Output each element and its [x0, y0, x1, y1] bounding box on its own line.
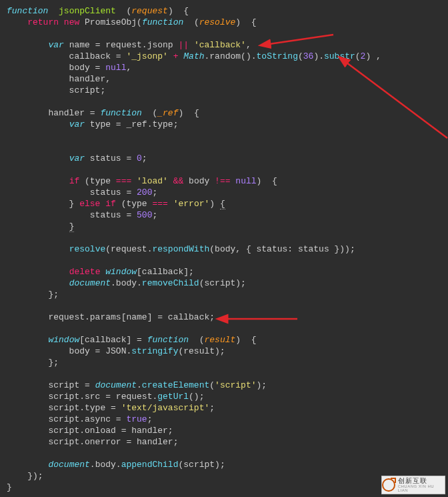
- token-kw1: function: [100, 108, 141, 118]
- token-str: 'script': [215, 380, 256, 390]
- token-call: substr: [324, 51, 355, 61]
- token-builtin: Math: [183, 51, 204, 61]
- token-str: 'callback': [194, 40, 246, 50]
- token-kw2: +: [173, 51, 179, 61]
- token-call: createElement: [142, 380, 209, 390]
- token-num: 2: [361, 51, 366, 61]
- token-call: resolve: [69, 244, 106, 254]
- token-kw2: &&: [173, 176, 184, 186]
- token-kw2: ===: [116, 176, 131, 186]
- token-call: stringify: [131, 346, 178, 356]
- token-num: 0: [137, 153, 142, 163]
- token-kw2: else: [79, 199, 100, 209]
- token-call: appendChild: [121, 460, 179, 470]
- token-builtin: document: [69, 278, 111, 288]
- token-kw2: ===: [152, 199, 167, 209]
- token-num: 36: [303, 51, 314, 61]
- token-num: 500: [137, 210, 152, 220]
- token-builtin: window: [48, 335, 79, 345]
- token-param: request: [131, 6, 168, 16]
- token-str: 'error': [173, 199, 210, 209]
- token-call: toString: [257, 51, 298, 61]
- watermark-logo-icon: [382, 478, 395, 492]
- token-param: _ref: [157, 108, 178, 118]
- token-bool: true: [126, 414, 147, 424]
- token-err: }: [69, 221, 75, 232]
- token-kw1: var: [69, 153, 85, 163]
- token-builtin: document: [48, 460, 89, 470]
- token-kw2: if: [69, 176, 80, 186]
- token-param: result: [204, 335, 235, 345]
- token-kw2: return: [27, 17, 59, 27]
- token-kw2: if: [105, 199, 116, 209]
- token-kw2: !==: [215, 176, 230, 186]
- token-fn: jsonpClient: [59, 6, 116, 16]
- code-editor: function jsonpClient (request) { return …: [0, 0, 448, 497]
- watermark-text-en: CHUANG XIN HU LIAN: [398, 484, 445, 492]
- token-str: 'text/javascript': [121, 403, 210, 413]
- token-kw2: delete: [69, 267, 101, 277]
- token-kw1: function: [7, 6, 48, 16]
- token-param: resolve: [199, 17, 236, 27]
- token-kw2: ||: [178, 40, 189, 50]
- token-kw1: var: [69, 119, 85, 129]
- watermark-badge: 创新互联 CHUANG XIN HU LIAN: [381, 476, 445, 494]
- token-err: {: [220, 199, 225, 209]
- token-builtin: document: [95, 380, 137, 390]
- token-kw1: function: [147, 335, 189, 345]
- watermark-text-cn: 创新互联: [398, 478, 445, 484]
- token-call: getUrl: [157, 392, 189, 402]
- token-null: null: [235, 176, 256, 186]
- token-builtin: window: [105, 267, 137, 277]
- token-kw1: var: [48, 40, 63, 50]
- token-num: 200: [137, 187, 152, 197]
- token-str: '_jsonp': [126, 51, 167, 61]
- token-kw1: function: [142, 17, 183, 27]
- token-kw2: new: [64, 17, 79, 27]
- token-str: 'load': [137, 176, 168, 186]
- token-call: removeChild: [142, 278, 199, 288]
- token-null: null: [105, 63, 126, 73]
- token-call: respondWith: [152, 244, 209, 254]
